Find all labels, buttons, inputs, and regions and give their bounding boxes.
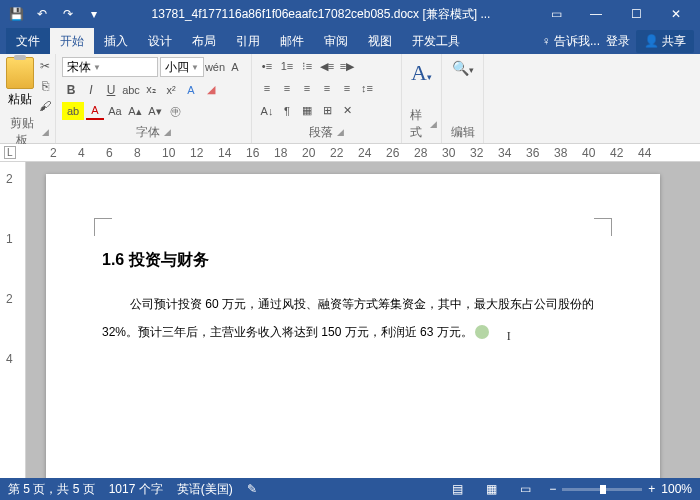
track-changes-icon[interactable]: ✎ — [247, 482, 257, 496]
ruler-tick: 36 — [526, 146, 539, 160]
tab-selector-icon[interactable]: L — [4, 146, 16, 159]
sign-in[interactable]: 登录 — [606, 33, 630, 50]
ruler-tick: 38 — [554, 146, 567, 160]
char-border-icon[interactable]: A — [226, 58, 244, 76]
enclose-char-icon[interactable]: ㊥ — [166, 102, 184, 120]
maximize-icon[interactable]: ☐ — [616, 0, 656, 28]
align-right-icon[interactable]: ≡ — [298, 79, 316, 97]
document-area: 2124 1.6 投资与财务 公司预计投资 60 万元，通过风投、融资等方式筹集… — [0, 162, 700, 478]
text-cursor-icon — [475, 325, 489, 339]
align-justify-icon[interactable]: ≡ — [318, 79, 336, 97]
cut-icon[interactable]: ✂ — [36, 57, 54, 75]
text-effects-icon[interactable]: A — [182, 81, 200, 99]
vruler-tick: 4 — [6, 352, 13, 366]
group-paragraph: •≡ 1≡ ⁝≡ ◀≡ ≡▶ ≡ ≡ ≡ ≡ ≡ ↕≡ A↓ ¶ ▦ ⊞ ✕ 段… — [252, 54, 402, 143]
align-center-icon[interactable]: ≡ — [278, 79, 296, 97]
highlight-icon[interactable]: ab — [62, 102, 84, 120]
page-indicator[interactable]: 第 5 页，共 5 页 — [8, 481, 95, 498]
clipboard-dialog-icon[interactable]: ◢ — [42, 127, 49, 137]
phonetic-guide-icon[interactable]: wén — [206, 58, 224, 76]
font-color-icon[interactable]: A — [86, 102, 104, 120]
qat-dropdown-icon[interactable]: ▾ — [82, 2, 106, 26]
tab-file[interactable]: 文件 — [6, 28, 50, 54]
ruler-tick: 24 — [358, 146, 371, 160]
tab-references[interactable]: 引用 — [226, 28, 270, 54]
tab-insert[interactable]: 插入 — [94, 28, 138, 54]
save-icon[interactable]: 💾 — [4, 2, 28, 26]
page[interactable]: 1.6 投资与财务 公司预计投资 60 万元，通过风投、融资等方式筹集资金，其中… — [46, 174, 660, 478]
styles-dialog-icon[interactable]: ◢ — [430, 119, 437, 129]
undo-icon[interactable]: ↶ — [30, 2, 54, 26]
char-shading-icon[interactable]: Aa — [106, 102, 124, 120]
align-distribute-icon[interactable]: ≡ — [338, 79, 356, 97]
line-spacing-icon[interactable]: ↕≡ — [358, 79, 376, 97]
decrease-indent-icon[interactable]: ◀≡ — [318, 57, 336, 75]
group-font: 宋体▼ 小四▼ wén A B I U abc x₂ x² A ◢ ab A A… — [56, 54, 252, 143]
vruler-tick: 2 — [6, 172, 13, 186]
copy-icon[interactable]: ⎘ — [36, 77, 54, 95]
ribbon: 粘贴 ✂ ⎘ 🖌 剪贴板◢ 宋体▼ 小四▼ wén A B I U abc x₂… — [0, 54, 700, 144]
sort-icon[interactable]: A↓ — [258, 102, 276, 120]
show-marks-icon[interactable]: ¶ — [278, 102, 296, 120]
subscript-button[interactable]: x₂ — [142, 81, 160, 99]
zoom-level[interactable]: 100% — [661, 482, 692, 496]
zoom-out-icon[interactable]: − — [549, 482, 556, 496]
paste-button[interactable]: 粘贴 — [6, 57, 34, 115]
zoom-slider[interactable] — [562, 488, 642, 491]
styles-icon[interactable]: A▾ — [411, 60, 432, 86]
bullets-icon[interactable]: •≡ — [258, 57, 276, 75]
tab-review[interactable]: 审阅 — [314, 28, 358, 54]
bold-button[interactable]: B — [62, 81, 80, 99]
strikethrough-button[interactable]: abc — [122, 81, 140, 99]
tab-layout[interactable]: 布局 — [182, 28, 226, 54]
superscript-button[interactable]: x² — [162, 81, 180, 99]
ribbon-tabs: 文件 开始 插入 设计 布局 引用 邮件 审阅 视图 开发工具 ♀ 告诉我...… — [0, 28, 700, 54]
vertical-ruler[interactable]: 2124 — [0, 162, 26, 478]
grow-font-icon[interactable]: A▴ — [126, 102, 144, 120]
quick-access-toolbar: 💾 ↶ ↷ ▾ — [4, 2, 106, 26]
tab-mail[interactable]: 邮件 — [270, 28, 314, 54]
ruler-tick: 44 — [638, 146, 651, 160]
increase-indent-icon[interactable]: ≡▶ — [338, 57, 356, 75]
ruler-tick: 22 — [330, 146, 343, 160]
tab-developer[interactable]: 开发工具 — [402, 28, 470, 54]
styles-label: 样式 — [406, 107, 426, 141]
tab-view[interactable]: 视图 — [358, 28, 402, 54]
find-icon[interactable]: 🔍▾ — [452, 60, 474, 76]
font-name-select[interactable]: 宋体▼ — [62, 57, 158, 77]
group-styles: A▾ 样式◢ — [402, 54, 442, 143]
tell-me[interactable]: ♀ 告诉我... — [542, 33, 600, 50]
print-layout-icon[interactable]: ▦ — [481, 481, 501, 497]
ribbon-display-icon[interactable]: ▭ — [536, 0, 576, 28]
tab-design[interactable]: 设计 — [138, 28, 182, 54]
read-mode-icon[interactable]: ▤ — [447, 481, 467, 497]
paragraph-label: 段落 — [309, 124, 333, 141]
share-button[interactable]: 👤共享 — [636, 30, 694, 53]
clear-format-icon[interactable]: ◢ — [202, 81, 220, 99]
body-paragraph[interactable]: 公司预计投资 60 万元，通过风投、融资等方式筹集资金，其中，最大股东占公司股份… — [102, 289, 604, 345]
language-indicator[interactable]: 英语(美国) — [177, 481, 233, 498]
status-bar: 第 5 页，共 5 页 1017 个字 英语(美国) ✎ ▤ ▦ ▭ − + 1… — [0, 478, 700, 500]
borders-icon[interactable]: ⊞ — [318, 102, 336, 120]
paragraph-dialog-icon[interactable]: ◢ — [337, 127, 344, 137]
asian-layout-icon[interactable]: ✕ — [338, 102, 356, 120]
zoom-in-icon[interactable]: + — [648, 482, 655, 496]
horizontal-ruler[interactable]: L 24681012141618202224262830323436384042… — [0, 144, 700, 162]
italic-button[interactable]: I — [82, 81, 100, 99]
heading[interactable]: 1.6 投资与财务 — [102, 250, 604, 271]
font-dialog-icon[interactable]: ◢ — [164, 127, 171, 137]
close-icon[interactable]: ✕ — [656, 0, 696, 28]
shading-icon[interactable]: ▦ — [298, 102, 316, 120]
align-left-icon[interactable]: ≡ — [258, 79, 276, 97]
format-painter-icon[interactable]: 🖌 — [36, 97, 54, 115]
web-layout-icon[interactable]: ▭ — [515, 481, 535, 497]
shrink-font-icon[interactable]: A▾ — [146, 102, 164, 120]
multilevel-icon[interactable]: ⁝≡ — [298, 57, 316, 75]
tab-home[interactable]: 开始 — [50, 28, 94, 54]
underline-button[interactable]: U — [102, 81, 120, 99]
font-size-select[interactable]: 小四▼ — [160, 57, 204, 77]
numbering-icon[interactable]: 1≡ — [278, 57, 296, 75]
word-count[interactable]: 1017 个字 — [109, 481, 163, 498]
redo-icon[interactable]: ↷ — [56, 2, 80, 26]
minimize-icon[interactable]: ― — [576, 0, 616, 28]
